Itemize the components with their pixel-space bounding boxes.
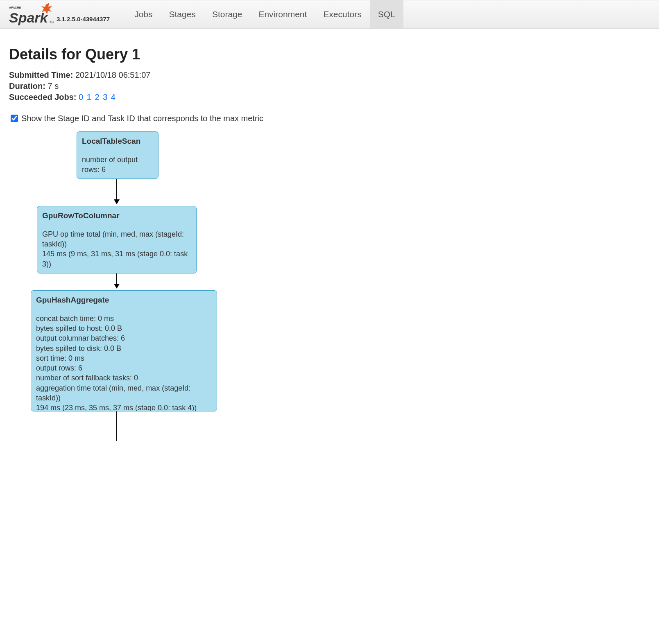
content: Details for Query 1 Submitted Time: 2021… [0, 29, 659, 443]
dag-node-metric: 194 ms (23 ms, 35 ms, 37 ms (stage 0.0: … [36, 403, 212, 411]
dag-node-metric: output rows: 6 [36, 363, 212, 373]
dag-node-gpu-row-to-columnar[interactable]: GpuRowToColumnarGPU op time total (min, … [37, 206, 197, 273]
succeeded-label: Succeeded Jobs: [9, 93, 77, 102]
dag-node-title: LocalTableScan [82, 136, 153, 147]
duration-value: 7 s [48, 81, 59, 90]
job-link-1[interactable]: 1 [87, 93, 91, 102]
meta-succeeded-jobs: Succeeded Jobs: 0 1 2 3 4 [9, 93, 650, 102]
succeeded-jobs-list: 0 1 2 3 4 [79, 93, 117, 102]
dag-node-title: GpuRowToColumnar [42, 210, 191, 221]
arrow-down-icon [114, 199, 120, 204]
job-link-0[interactable]: 0 [79, 93, 83, 102]
tab-storage[interactable]: Storage [204, 0, 251, 28]
svg-text:APACHE: APACHE [9, 6, 21, 9]
dag-plan: LocalTableScannumber of output rows: 6Gp… [9, 131, 650, 443]
duration-label: Duration: [9, 81, 45, 90]
dag-node-metric: sort time: 0 ms [36, 353, 212, 363]
tab-environment[interactable]: Environment [250, 0, 315, 28]
submitted-value: 2021/10/18 06:51:07 [75, 70, 151, 79]
show-stage-task-id-label[interactable]: Show the Stage ID and Task ID that corre… [21, 114, 263, 123]
show-stage-task-id-row: Show the Stage ID and Task ID that corre… [9, 113, 650, 123]
spark-version: 3.1.2.5.0-43944377 [57, 16, 110, 26]
dag-node-metric: aggregation time total (min, med, max (s… [36, 383, 212, 403]
tab-sql[interactable]: SQL [370, 0, 403, 28]
spark-logo-icon: APACHE Spark TM [9, 3, 54, 26]
show-stage-task-id-checkbox[interactable] [11, 115, 18, 122]
job-link-4[interactable]: 4 [111, 93, 115, 102]
dag-node-metric: 145 ms (9 ms, 31 ms, 31 ms (stage 0.0: t… [42, 249, 191, 269]
dag-node-title: GpuHashAggregate [36, 295, 212, 305]
page-title: Details for Query 1 [9, 46, 650, 63]
tab-jobs[interactable]: Jobs [126, 0, 161, 28]
meta-duration: Duration: 7 s [9, 81, 650, 91]
dag-node-metric: output columnar batches: 6 [36, 333, 212, 343]
dag-node-local-table-scan[interactable]: LocalTableScannumber of output rows: 6 [77, 131, 159, 179]
arrow-down-icon [114, 284, 120, 289]
job-link-3[interactable]: 3 [103, 93, 107, 102]
dag-node-metric: bytes spilled to host: 0.0 B [36, 323, 212, 333]
dag-node-metric: number of output rows: 6 [82, 155, 153, 175]
job-link-2[interactable]: 2 [95, 93, 99, 102]
navbar: APACHE Spark TM 3.1.2.5.0-43944377 Jobs … [0, 0, 659, 29]
dag-edge [116, 411, 117, 441]
submitted-label: Submitted Time: [9, 70, 73, 79]
tab-executors[interactable]: Executors [315, 0, 369, 28]
svg-text:Spark: Spark [9, 10, 49, 25]
meta-submitted: Submitted Time: 2021/10/18 06:51:07 [9, 70, 650, 80]
dag-node-metric: GPU op time total (min, med, max (stageI… [42, 229, 191, 249]
svg-text:TM: TM [50, 21, 54, 24]
brand[interactable]: APACHE Spark TM 3.1.2.5.0-43944377 [9, 3, 110, 26]
tab-stages[interactable]: Stages [161, 0, 204, 28]
dag-node-gpu-hash-aggregate[interactable]: GpuHashAggregateconcat batch time: 0 msb… [31, 290, 217, 411]
nav-tabs: Jobs Stages Storage Environment Executor… [126, 0, 403, 28]
dag-node-metric: bytes spilled to disk: 0.0 B [36, 343, 212, 353]
dag-node-metric: concat batch time: 0 ms [36, 314, 212, 323]
dag-node-metric: number of sort fallback tasks: 0 [36, 373, 212, 383]
